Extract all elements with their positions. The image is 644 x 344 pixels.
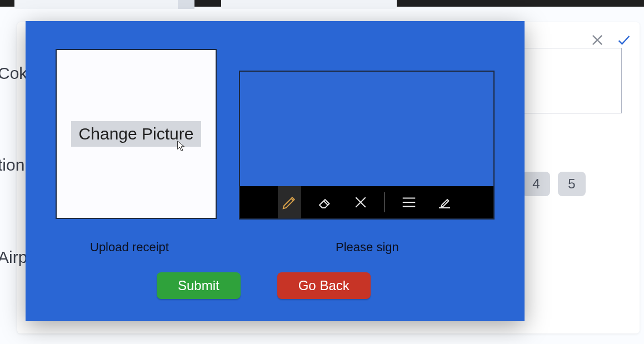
rating-chips: 4 5 (522, 172, 586, 196)
upload-sign-modal: Change Picture Upload receipt Please sig… (26, 21, 525, 321)
upload-receipt-panel: Change Picture (56, 49, 217, 219)
signature-panel (239, 71, 495, 220)
change-picture-button[interactable]: Change Picture (71, 121, 202, 147)
modal-action-row: Submit Go Back (157, 272, 371, 299)
search-input[interactable] (221, 0, 397, 9)
go-back-button[interactable]: Go Back (277, 272, 371, 299)
eraser-icon[interactable] (313, 186, 337, 218)
signature-caption: Please sign (336, 240, 399, 255)
signature-preview-box (523, 48, 622, 113)
signature-canvas[interactable] (240, 72, 493, 186)
rating-chip-5[interactable]: 5 (558, 172, 586, 196)
status-dropdown[interactable] (14, 0, 193, 9)
submit-button[interactable]: Submit (157, 272, 241, 299)
pen-icon[interactable] (278, 186, 301, 218)
toolbar-divider (385, 192, 385, 212)
lines-icon[interactable] (397, 186, 421, 218)
clear-icon[interactable] (349, 186, 372, 218)
bg-text-fragment: tion (0, 156, 24, 175)
bg-text-fragment: Airp (0, 248, 27, 267)
upload-caption: Upload receipt (90, 240, 169, 255)
edit-icon[interactable] (433, 186, 456, 218)
signature-toolbar (240, 186, 493, 218)
chevron-down-icon[interactable] (178, 0, 194, 9)
rating-chip-4[interactable]: 4 (522, 172, 550, 196)
